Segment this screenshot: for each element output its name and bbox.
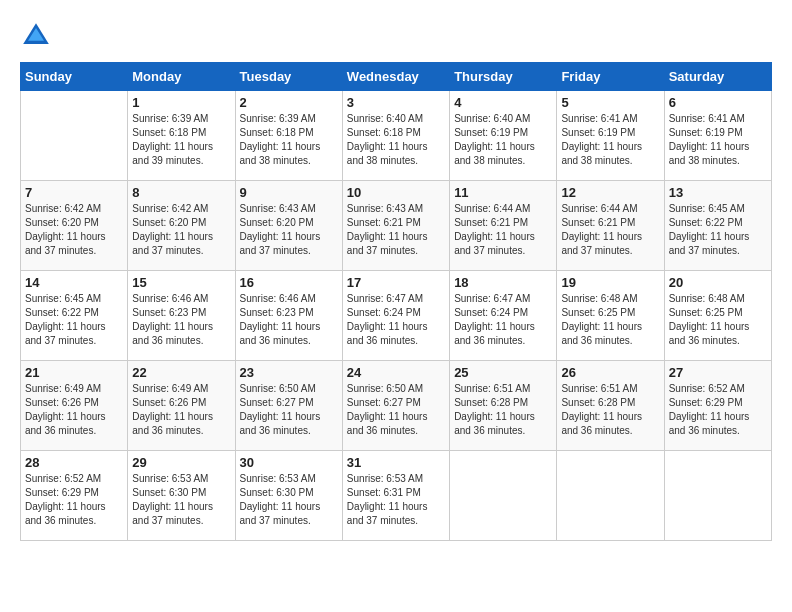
day-cell: 4Sunrise: 6:40 AM Sunset: 6:19 PM Daylig… [450,91,557,181]
day-number: 31 [347,455,445,470]
day-number: 8 [132,185,230,200]
day-detail: Sunrise: 6:53 AM Sunset: 6:30 PM Dayligh… [240,472,338,528]
day-detail: Sunrise: 6:39 AM Sunset: 6:18 PM Dayligh… [240,112,338,168]
day-number: 13 [669,185,767,200]
day-detail: Sunrise: 6:41 AM Sunset: 6:19 PM Dayligh… [669,112,767,168]
day-detail: Sunrise: 6:41 AM Sunset: 6:19 PM Dayligh… [561,112,659,168]
day-detail: Sunrise: 6:42 AM Sunset: 6:20 PM Dayligh… [25,202,123,258]
day-detail: Sunrise: 6:48 AM Sunset: 6:25 PM Dayligh… [561,292,659,348]
day-number: 19 [561,275,659,290]
day-cell: 14Sunrise: 6:45 AM Sunset: 6:22 PM Dayli… [21,271,128,361]
day-number: 9 [240,185,338,200]
day-cell: 23Sunrise: 6:50 AM Sunset: 6:27 PM Dayli… [235,361,342,451]
day-number: 11 [454,185,552,200]
day-detail: Sunrise: 6:46 AM Sunset: 6:23 PM Dayligh… [132,292,230,348]
day-detail: Sunrise: 6:44 AM Sunset: 6:21 PM Dayligh… [561,202,659,258]
day-number: 23 [240,365,338,380]
week-row-2: 7Sunrise: 6:42 AM Sunset: 6:20 PM Daylig… [21,181,772,271]
day-cell: 10Sunrise: 6:43 AM Sunset: 6:21 PM Dayli… [342,181,449,271]
day-cell: 31Sunrise: 6:53 AM Sunset: 6:31 PM Dayli… [342,451,449,541]
day-cell: 29Sunrise: 6:53 AM Sunset: 6:30 PM Dayli… [128,451,235,541]
day-cell: 8Sunrise: 6:42 AM Sunset: 6:20 PM Daylig… [128,181,235,271]
day-detail: Sunrise: 6:53 AM Sunset: 6:30 PM Dayligh… [132,472,230,528]
day-cell: 5Sunrise: 6:41 AM Sunset: 6:19 PM Daylig… [557,91,664,181]
day-cell: 20Sunrise: 6:48 AM Sunset: 6:25 PM Dayli… [664,271,771,361]
day-detail: Sunrise: 6:49 AM Sunset: 6:26 PM Dayligh… [132,382,230,438]
day-cell: 6Sunrise: 6:41 AM Sunset: 6:19 PM Daylig… [664,91,771,181]
day-detail: Sunrise: 6:43 AM Sunset: 6:20 PM Dayligh… [240,202,338,258]
day-cell: 27Sunrise: 6:52 AM Sunset: 6:29 PM Dayli… [664,361,771,451]
day-detail: Sunrise: 6:39 AM Sunset: 6:18 PM Dayligh… [132,112,230,168]
day-number: 22 [132,365,230,380]
day-detail: Sunrise: 6:45 AM Sunset: 6:22 PM Dayligh… [669,202,767,258]
col-header-tuesday: Tuesday [235,63,342,91]
logo-icon [20,20,52,52]
day-number: 26 [561,365,659,380]
day-cell: 25Sunrise: 6:51 AM Sunset: 6:28 PM Dayli… [450,361,557,451]
week-row-4: 21Sunrise: 6:49 AM Sunset: 6:26 PM Dayli… [21,361,772,451]
week-row-3: 14Sunrise: 6:45 AM Sunset: 6:22 PM Dayli… [21,271,772,361]
day-number: 30 [240,455,338,470]
col-header-sunday: Sunday [21,63,128,91]
logo [20,20,56,52]
week-row-5: 28Sunrise: 6:52 AM Sunset: 6:29 PM Dayli… [21,451,772,541]
day-number: 10 [347,185,445,200]
day-number: 4 [454,95,552,110]
day-detail: Sunrise: 6:50 AM Sunset: 6:27 PM Dayligh… [240,382,338,438]
day-detail: Sunrise: 6:44 AM Sunset: 6:21 PM Dayligh… [454,202,552,258]
day-number: 16 [240,275,338,290]
day-detail: Sunrise: 6:53 AM Sunset: 6:31 PM Dayligh… [347,472,445,528]
day-detail: Sunrise: 6:50 AM Sunset: 6:27 PM Dayligh… [347,382,445,438]
col-header-saturday: Saturday [664,63,771,91]
day-detail: Sunrise: 6:47 AM Sunset: 6:24 PM Dayligh… [347,292,445,348]
day-cell: 7Sunrise: 6:42 AM Sunset: 6:20 PM Daylig… [21,181,128,271]
day-cell: 13Sunrise: 6:45 AM Sunset: 6:22 PM Dayli… [664,181,771,271]
day-number: 7 [25,185,123,200]
day-cell: 3Sunrise: 6:40 AM Sunset: 6:18 PM Daylig… [342,91,449,181]
col-header-thursday: Thursday [450,63,557,91]
col-header-friday: Friday [557,63,664,91]
day-detail: Sunrise: 6:51 AM Sunset: 6:28 PM Dayligh… [454,382,552,438]
day-detail: Sunrise: 6:52 AM Sunset: 6:29 PM Dayligh… [25,472,123,528]
day-detail: Sunrise: 6:40 AM Sunset: 6:19 PM Dayligh… [454,112,552,168]
day-cell [664,451,771,541]
day-cell: 21Sunrise: 6:49 AM Sunset: 6:26 PM Dayli… [21,361,128,451]
day-number: 17 [347,275,445,290]
day-detail: Sunrise: 6:51 AM Sunset: 6:28 PM Dayligh… [561,382,659,438]
day-number: 25 [454,365,552,380]
week-row-1: 1Sunrise: 6:39 AM Sunset: 6:18 PM Daylig… [21,91,772,181]
calendar-header-row: SundayMondayTuesdayWednesdayThursdayFrid… [21,63,772,91]
day-number: 20 [669,275,767,290]
day-detail: Sunrise: 6:43 AM Sunset: 6:21 PM Dayligh… [347,202,445,258]
day-number: 21 [25,365,123,380]
day-number: 5 [561,95,659,110]
day-number: 15 [132,275,230,290]
day-detail: Sunrise: 6:46 AM Sunset: 6:23 PM Dayligh… [240,292,338,348]
day-cell: 22Sunrise: 6:49 AM Sunset: 6:26 PM Dayli… [128,361,235,451]
day-number: 12 [561,185,659,200]
day-number: 29 [132,455,230,470]
day-cell: 11Sunrise: 6:44 AM Sunset: 6:21 PM Dayli… [450,181,557,271]
day-cell: 9Sunrise: 6:43 AM Sunset: 6:20 PM Daylig… [235,181,342,271]
day-cell: 28Sunrise: 6:52 AM Sunset: 6:29 PM Dayli… [21,451,128,541]
day-number: 28 [25,455,123,470]
day-number: 24 [347,365,445,380]
day-detail: Sunrise: 6:48 AM Sunset: 6:25 PM Dayligh… [669,292,767,348]
day-number: 2 [240,95,338,110]
day-cell [450,451,557,541]
calendar-table: SundayMondayTuesdayWednesdayThursdayFrid… [20,62,772,541]
day-number: 18 [454,275,552,290]
day-detail: Sunrise: 6:47 AM Sunset: 6:24 PM Dayligh… [454,292,552,348]
day-cell: 30Sunrise: 6:53 AM Sunset: 6:30 PM Dayli… [235,451,342,541]
day-cell: 2Sunrise: 6:39 AM Sunset: 6:18 PM Daylig… [235,91,342,181]
day-number: 3 [347,95,445,110]
day-cell: 19Sunrise: 6:48 AM Sunset: 6:25 PM Dayli… [557,271,664,361]
day-detail: Sunrise: 6:42 AM Sunset: 6:20 PM Dayligh… [132,202,230,258]
day-number: 6 [669,95,767,110]
day-detail: Sunrise: 6:52 AM Sunset: 6:29 PM Dayligh… [669,382,767,438]
day-cell: 18Sunrise: 6:47 AM Sunset: 6:24 PM Dayli… [450,271,557,361]
day-cell: 12Sunrise: 6:44 AM Sunset: 6:21 PM Dayli… [557,181,664,271]
day-cell: 15Sunrise: 6:46 AM Sunset: 6:23 PM Dayli… [128,271,235,361]
day-cell [21,91,128,181]
day-cell: 17Sunrise: 6:47 AM Sunset: 6:24 PM Dayli… [342,271,449,361]
